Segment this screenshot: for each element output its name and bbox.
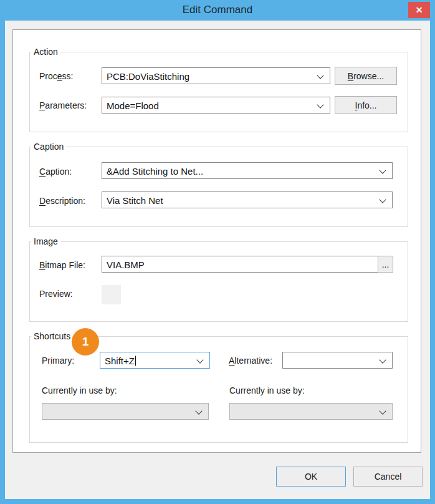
close-icon: ✕ — [416, 5, 423, 15]
group-shortcuts-title: Shortcuts — [31, 331, 73, 341]
dialog-title: Edit Command — [0, 0, 435, 21]
caption-label: Caption: — [39, 167, 72, 177]
process-label: Process: — [39, 71, 73, 81]
primary-label: Primary: — [42, 356, 74, 366]
ok-button[interactable]: OK — [276, 467, 346, 487]
description-combobox[interactable]: Via Stitch Net — [102, 191, 393, 208]
bitmap-file-label: Bitmap File: — [39, 260, 85, 270]
group-image-title: Image — [31, 236, 60, 246]
alternative-label: Alternative: — [229, 356, 272, 366]
in-use-right-combobox — [229, 403, 393, 420]
chevron-down-icon — [317, 72, 323, 79]
bitmap-file-input[interactable]: VIA.BMP — [102, 256, 378, 273]
caption-combobox[interactable]: &Add Stitching to Net... — [102, 162, 393, 179]
cancel-button[interactable]: Cancel — [353, 467, 423, 487]
preview-label: Preview: — [39, 289, 73, 299]
primary-shortcut-combobox[interactable]: Shift+Z — [100, 352, 210, 369]
close-button[interactable]: ✕ — [408, 2, 430, 18]
edit-command-dialog: Edit Command ✕ Action Process: PCB:DoVia… — [0, 0, 435, 504]
group-caption: Caption — [29, 147, 408, 227]
chevron-down-icon — [317, 101, 323, 108]
text-cursor — [135, 356, 136, 366]
parameters-combobox[interactable]: Mode=Flood — [102, 97, 330, 114]
preview-image — [102, 285, 121, 304]
info-button[interactable]: Info... — [335, 96, 397, 114]
group-image: Image — [29, 241, 408, 322]
in-use-left-combobox — [42, 403, 209, 420]
chevron-down-icon — [379, 167, 386, 173]
process-combobox[interactable]: PCB:DoViaStitching — [102, 67, 330, 84]
chevron-down-icon — [196, 356, 203, 363]
chevron-down-icon — [379, 356, 386, 363]
group-action-title: Action — [31, 47, 60, 57]
callout-badge-1: 1 — [72, 328, 99, 356]
alternative-shortcut-combobox[interactable] — [282, 352, 393, 369]
in-use-left-label: Currently in use by: — [42, 385, 117, 395]
group-caption-title: Caption — [31, 142, 66, 152]
chevron-down-icon — [195, 407, 202, 414]
description-label: Description: — [39, 196, 85, 206]
browse-ellipsis-button[interactable]: ... — [378, 256, 393, 273]
browse-button[interactable]: Browse... — [335, 67, 397, 85]
parameters-label: Parameters: — [39, 100, 87, 110]
group-action: Action — [29, 52, 408, 132]
in-use-right-label: Currently in use by: — [229, 385, 305, 395]
chevron-down-icon — [379, 407, 386, 414]
chevron-down-icon — [379, 196, 386, 203]
